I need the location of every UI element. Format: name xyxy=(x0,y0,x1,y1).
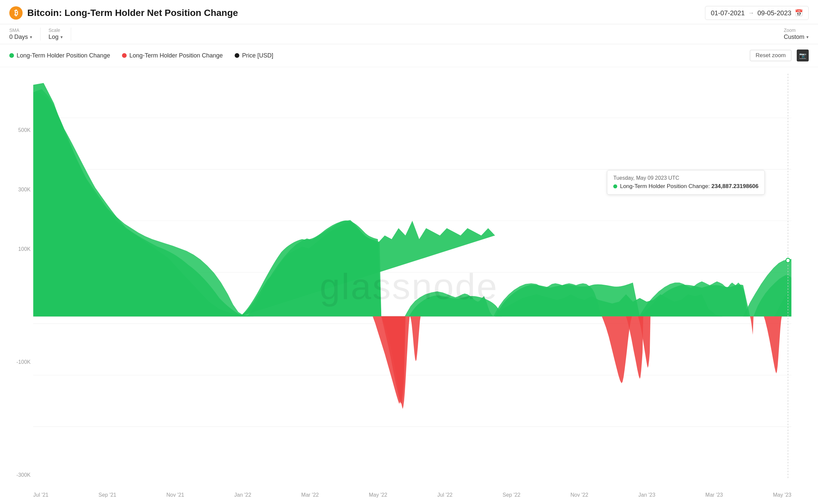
reset-zoom-button[interactable]: Reset zoom xyxy=(750,50,791,61)
sma-value: 0 Days xyxy=(9,34,28,41)
screenshot-button[interactable]: 📷 xyxy=(797,50,809,61)
scale-chevron-icon: ▾ xyxy=(60,35,63,40)
svg-marker-15 xyxy=(493,283,602,317)
y-label-neg300k: -300K xyxy=(16,472,33,478)
y-axis: 500K 300K 100K -100K -300K xyxy=(3,74,33,478)
x-label-sep22: Sep '22 xyxy=(503,492,521,498)
header-right: 01-07-2021 → 09-05-2023 📅 xyxy=(705,6,809,20)
page-header: ₿ Bitcoin: Long-Term Holder Net Position… xyxy=(0,0,818,24)
svg-marker-13 xyxy=(247,220,381,316)
sma-chevron-icon: ▾ xyxy=(30,35,32,40)
date-arrow-icon: → xyxy=(748,10,754,17)
tooltip-date: Tuesday, May 09 2023 UTC xyxy=(613,175,759,181)
y-label-300k: 300K xyxy=(18,187,33,193)
header-left: ₿ Bitcoin: Long-Term Holder Net Position… xyxy=(9,6,238,20)
chart-legend: Long-Term Holder Position Change Long-Te… xyxy=(0,44,818,67)
sma-control: SMA 0 Days ▾ xyxy=(9,28,41,41)
svg-marker-28 xyxy=(750,316,754,335)
svg-marker-25 xyxy=(602,316,632,383)
scale-select[interactable]: Log ▾ xyxy=(49,34,63,41)
x-axis: Jul '21 Sep '21 Nov '21 Jan '22 Mar '22 … xyxy=(33,492,791,498)
date-to: 09-05-2023 xyxy=(758,9,791,17)
chart-title: Bitcoin: Long-Term Holder Net Position C… xyxy=(27,8,238,18)
x-label-nov22: Nov '22 xyxy=(570,492,588,498)
x-label-jul21: Jul '21 xyxy=(33,492,49,498)
zoom-label: Zoom xyxy=(784,28,809,33)
x-label-jan22: Jan '22 xyxy=(234,492,251,498)
legend-dot-red xyxy=(122,53,127,58)
tooltip-series-label: Long-Term Holder Position Change: xyxy=(620,183,710,189)
chart-tooltip: Tuesday, May 09 2023 UTC Long-Term Holde… xyxy=(607,170,765,195)
svg-marker-14 xyxy=(405,291,493,316)
camera-icon: 📷 xyxy=(799,52,806,59)
x-label-jul22: Jul '22 xyxy=(438,492,453,498)
svg-marker-16 xyxy=(639,281,749,316)
y-label-100k: 100K xyxy=(18,246,33,252)
scale-control: Scale Log ▾ xyxy=(49,28,71,41)
sma-select[interactable]: 0 Days ▾ xyxy=(9,34,32,41)
y-label-500k: 500K xyxy=(18,127,33,133)
svg-marker-19 xyxy=(743,259,791,317)
zoom-value: Custom xyxy=(784,34,804,41)
legend-item-green: Long-Term Holder Position Change xyxy=(9,52,110,59)
tooltip-value-number: 234,887.23198606 xyxy=(711,183,759,189)
zoom-select[interactable]: Custom ▾ xyxy=(784,34,809,41)
legend-label-red: Long-Term Holder Position Change xyxy=(129,52,223,59)
legend-label-green: Long-Term Holder Position Change xyxy=(17,52,110,59)
svg-marker-12 xyxy=(35,89,249,316)
sma-label: SMA xyxy=(9,28,32,33)
scale-label: Scale xyxy=(49,28,63,33)
chart-container: glassnode 500K 300K 100K -100K -300K xyxy=(0,67,818,504)
legend-label-price: Price [USD] xyxy=(242,52,273,59)
bitcoin-icon: ₿ xyxy=(9,6,23,20)
calendar-icon: 📅 xyxy=(795,9,803,17)
zoom-control: Zoom Custom ▾ xyxy=(784,28,809,41)
date-range-picker[interactable]: 01-07-2021 → 09-05-2023 📅 xyxy=(705,6,809,20)
legend-right: Reset zoom 📷 xyxy=(750,50,809,61)
x-label-jan23: Jan '23 xyxy=(639,492,656,498)
svg-point-31 xyxy=(786,258,790,262)
legend-item-price: Price [USD] xyxy=(235,52,273,59)
svg-marker-24 xyxy=(410,316,421,361)
x-label-nov21: Nov '21 xyxy=(166,492,184,498)
x-label-may22: May '22 xyxy=(369,492,387,498)
legend-item-red: Long-Term Holder Position Change xyxy=(122,52,223,59)
y-label-neg100k: -100K xyxy=(16,359,33,365)
date-from: 01-07-2021 xyxy=(711,9,745,17)
svg-marker-29 xyxy=(764,316,782,373)
legend-dot-dark xyxy=(235,53,239,58)
legend-dot-green xyxy=(9,53,14,58)
x-label-mar23: Mar '23 xyxy=(705,492,723,498)
tooltip-dot xyxy=(613,184,617,188)
chart-svg xyxy=(33,74,791,478)
tooltip-value-row: Long-Term Holder Position Change: 234,88… xyxy=(613,183,759,190)
x-label-may23: May '23 xyxy=(773,492,791,498)
x-label-mar22: Mar '22 xyxy=(301,492,319,498)
x-label-sep21: Sep '21 xyxy=(98,492,116,498)
scale-value: Log xyxy=(49,34,58,41)
zoom-chevron-icon: ▾ xyxy=(806,35,809,40)
toolbar: SMA 0 Days ▾ Scale Log ▾ Zoom Custom ▾ xyxy=(0,24,818,44)
tooltip-text: Long-Term Holder Position Change: 234,88… xyxy=(620,183,759,190)
